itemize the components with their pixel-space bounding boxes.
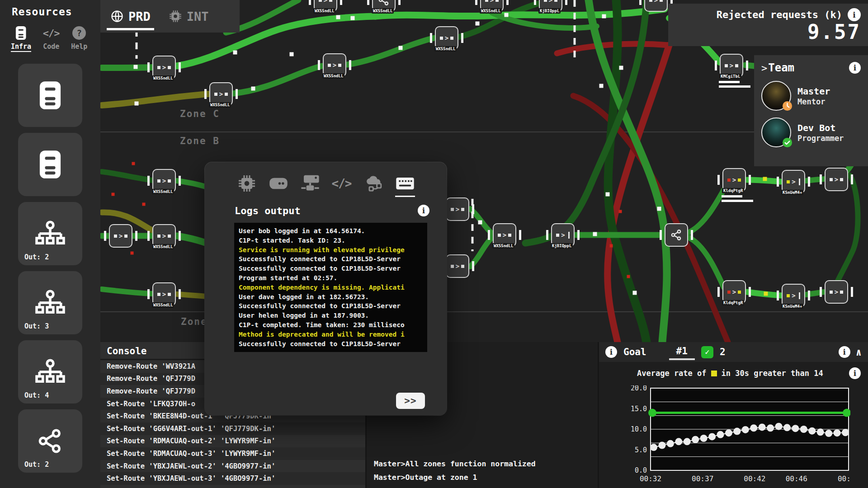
info-icon[interactable]: i bbox=[839, 346, 850, 358]
modal-tab-memory-card-icon[interactable] bbox=[268, 173, 289, 194]
goal-title: Goal bbox=[623, 347, 646, 357]
rate-symbol-icon bbox=[711, 371, 717, 376]
map-node-KMCgiTbL[interactable]: >KMCgiTbL bbox=[720, 54, 743, 77]
map-node-WXS5ndLL[interactable]: >WXS5ndLL bbox=[314, 0, 337, 12]
selection-bar bbox=[722, 200, 753, 202]
map-node-WXS5ndLL[interactable]: >WXS5ndLL bbox=[323, 53, 346, 77]
map-node[interactable]: > bbox=[644, 0, 668, 12]
member-name: Master bbox=[797, 85, 830, 97]
log-line: Service is running with elevated privile… bbox=[239, 245, 423, 255]
resources-tab-code[interactable]: </>Code bbox=[43, 26, 59, 52]
node-id-label: WXS5ndLL bbox=[480, 8, 502, 14]
check-badge bbox=[782, 137, 793, 148]
env-tab-prd[interactable]: PRD bbox=[110, 0, 151, 33]
log-line: C1P-t completed. Time taken: 230 millise… bbox=[239, 320, 423, 330]
map-node-WXS5ndLL[interactable]: >WXS5ndLL bbox=[480, 0, 504, 12]
goal-chart: 20.015.010.05.00.000:3200:3700:4200:4600… bbox=[624, 385, 850, 486]
log-line: Program started at 02:57. bbox=[239, 273, 423, 283]
resource-item-1[interactable] bbox=[18, 64, 82, 127]
svg-text:10.0: 10.0 bbox=[631, 425, 647, 433]
hierarchy-icon bbox=[35, 289, 65, 316]
resources-tab-help[interactable]: ?Help bbox=[71, 26, 87, 52]
map-node-KSnUeM4+[interactable]: >KSnUeM4+ bbox=[782, 170, 805, 193]
log-line: Successfully connected to C1P18L5D-Serve… bbox=[239, 339, 423, 349]
out-count-label: Out: 2 bbox=[24, 460, 49, 469]
team-member[interactable]: Dev BotProgrammer bbox=[761, 117, 861, 147]
env-tab-int[interactable]: INT bbox=[169, 0, 209, 33]
goal-count: 2 bbox=[720, 347, 726, 357]
map-node-KjBIQppL[interactable]: >KjBIQppL bbox=[539, 0, 562, 12]
modal-tab-cloud-network-icon[interactable] bbox=[363, 173, 384, 194]
log-line: User dave logged in at 182.56723. bbox=[239, 292, 423, 302]
collapse-chevron-icon[interactable]: ∧ bbox=[856, 347, 862, 358]
modal-tab-chip-icon[interactable] bbox=[236, 173, 257, 194]
game-root: { "ui": { "glyphs": { "info": "i", "coll… bbox=[0, 0, 868, 488]
map-node-WXS5ndLL[interactable]: WXS5ndLL bbox=[372, 0, 396, 12]
goal-desc-suffix: in 30s greater than 14 bbox=[722, 369, 823, 378]
member-role: Mentor bbox=[797, 97, 830, 106]
resource-item-4[interactable]: Out: 3 bbox=[18, 271, 82, 334]
map-node[interactable]: > bbox=[446, 197, 469, 221]
map-node-WXS5ndLL[interactable]: >WXS5ndLL bbox=[152, 56, 176, 79]
map-node-WXS5ndLL[interactable]: >WXS5ndLL bbox=[493, 223, 516, 247]
help-icon: ? bbox=[72, 26, 86, 40]
log-line: Successfully connected to C1P18L5D-Serve… bbox=[239, 254, 423, 264]
map-node-WXS5ndLL[interactable]: >WXS5ndLL bbox=[152, 224, 176, 248]
map-node-KldqPtgR[interactable]: >KldqPtgR bbox=[722, 168, 746, 192]
next-button[interactable]: >> bbox=[396, 393, 425, 409]
team-panel: > Team i MasterMentorDev BotProgrammer bbox=[754, 55, 868, 166]
node-id-label: WXS5ndLL bbox=[322, 73, 344, 79]
selection-bar bbox=[722, 195, 742, 197]
goal-desc-prefix: Average rate of bbox=[637, 369, 707, 378]
resource-item-6[interactable]: Out: 2 bbox=[18, 409, 82, 473]
node-id-label: WXS5ndLL bbox=[372, 8, 394, 14]
node-id-label: KSnUeM4+ bbox=[781, 304, 803, 309]
node-id-label: KldqPtgR bbox=[722, 188, 744, 193]
goal-checkbox[interactable]: ✓ bbox=[701, 346, 713, 358]
resource-item-3[interactable]: Out: 2 bbox=[18, 202, 82, 265]
out-count-label: Out: 2 bbox=[24, 253, 49, 261]
resources-tabs: Infra</>Code?Help bbox=[11, 26, 100, 52]
info-icon[interactable]: i bbox=[849, 62, 861, 74]
avatar bbox=[761, 117, 791, 147]
map-node-WXS5ndLL[interactable]: >WXS5ndLL bbox=[152, 169, 176, 192]
resources-tab-infra[interactable]: Infra bbox=[11, 26, 31, 52]
info-icon[interactable]: i bbox=[418, 205, 429, 216]
map-node-WXS5ndLL[interactable]: >WXS5ndLL bbox=[152, 282, 176, 306]
map-node[interactable] bbox=[665, 223, 688, 247]
info-icon[interactable]: i bbox=[605, 346, 617, 358]
selection-bar bbox=[719, 85, 750, 88]
chat-messages: Master>All zones function normalizedMast… bbox=[374, 457, 598, 484]
selection-bar bbox=[719, 81, 740, 83]
map-node[interactable]: > bbox=[825, 168, 848, 191]
team-members: MasterMentorDev BotProgrammer bbox=[761, 81, 861, 147]
map-node-KjBIQppL[interactable]: >KjBIQppL bbox=[551, 223, 575, 247]
goal-tab-1[interactable]: #1 bbox=[669, 344, 695, 360]
map-node-WXS5ndLL[interactable]: >WXS5ndLL bbox=[435, 26, 458, 50]
modal-tab-keyboard-icon[interactable] bbox=[395, 173, 415, 194]
map-node[interactable]: > bbox=[446, 254, 469, 278]
team-member[interactable]: MasterMentor bbox=[761, 81, 861, 111]
team-title: Team bbox=[768, 61, 794, 74]
node-id-label: WXS5ndLL bbox=[152, 189, 174, 194]
map-node-WXS5ndLL[interactable]: >WXS5ndLL bbox=[209, 82, 233, 106]
console-line: Set-Route 'RDMACUAQ-out-3' 'LYWYR9MF-in' bbox=[100, 447, 365, 460]
map-node[interactable]: > bbox=[109, 224, 132, 248]
map-node-KSnUeM4+[interactable]: >KSnUeM4+ bbox=[782, 284, 805, 307]
info-icon[interactable]: i bbox=[849, 367, 861, 379]
map-node[interactable]: > bbox=[825, 280, 848, 304]
svg-text:20.0: 20.0 bbox=[631, 385, 647, 392]
resource-item-5[interactable]: Out: 4 bbox=[18, 340, 82, 404]
hierarchy-icon bbox=[35, 220, 65, 247]
log-line: Component dependency is missing. Applica… bbox=[239, 283, 423, 292]
code-icon: </> bbox=[44, 26, 58, 40]
info-icon[interactable]: i bbox=[848, 8, 861, 21]
resource-item-2[interactable] bbox=[18, 133, 82, 196]
modal-tab-server-network-icon[interactable] bbox=[300, 173, 321, 194]
modal-tab-code-icon[interactable]: </> bbox=[331, 173, 352, 194]
map-node-KldqPtgR[interactable]: >KldqPtgR bbox=[722, 280, 746, 304]
globe-icon bbox=[110, 9, 124, 23]
chat-message: Master>Outage at zone 1 bbox=[374, 471, 598, 484]
node-id-label: WXS5ndLL bbox=[209, 102, 231, 108]
log-line: Successfully connected to C1P18L5D-Serve… bbox=[239, 301, 423, 311]
